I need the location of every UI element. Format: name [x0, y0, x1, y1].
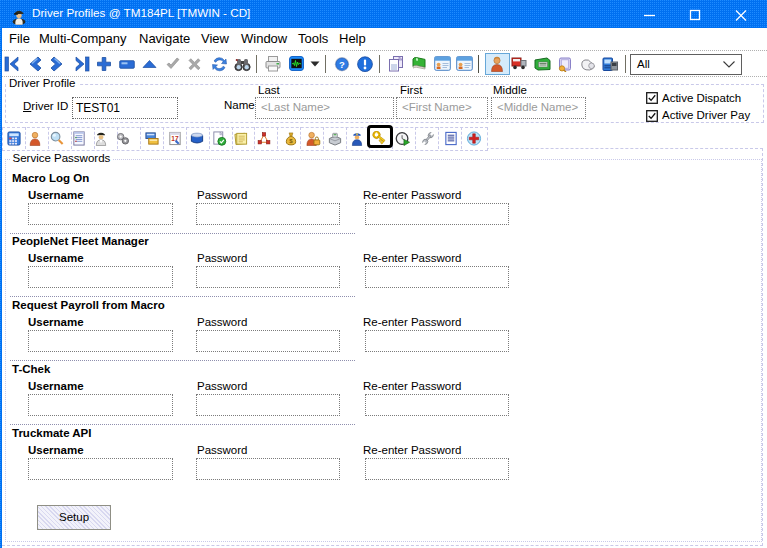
svg-text:17: 17	[171, 135, 179, 142]
svg-text:?: ?	[339, 59, 345, 70]
